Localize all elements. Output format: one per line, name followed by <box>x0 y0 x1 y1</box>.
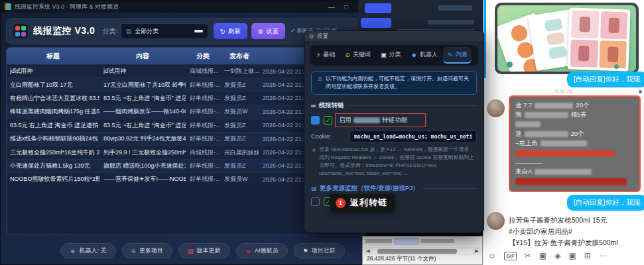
dialog-tab[interactable]: ▣ 分类 <box>376 47 406 64</box>
image-icon[interactable]: ▣ <box>568 251 576 260</box>
pencil-icon: ✎ <box>448 52 453 58</box>
step-badge: 1 <box>336 198 346 208</box>
cookie-hint: ☼ 登录 new.xianbao.fun 后，按 F12 → Network，随… <box>311 146 477 178</box>
folder-icon: ▣ <box>381 52 387 58</box>
cell-publisher: 发掘员W <box>220 107 259 116</box>
flag-icon: ⚑ <box>303 248 308 254</box>
redacted-message-bubble[interactable]: 速 7.720个 淘领5券 速20个 –右上角 ------------- 来自… <box>509 95 641 192</box>
cell-category: 好单线报-... <box>186 81 220 89</box>
cell-publisher: 发掘员Z <box>220 94 259 103</box>
annotated-label: 启用 转链功能 <box>336 115 410 126</box>
robot-icon: ☻ <box>70 248 76 254</box>
avatar[interactable] <box>487 212 505 230</box>
tooltip-label: 返利转链 <box>350 197 387 209</box>
file-row <box>365 238 480 244</box>
cell-category: 好单线报-... <box>186 121 220 130</box>
cell-content: ——烟肉烤肠发车——领140-60补... <box>99 107 186 116</box>
dialog-tab[interactable]: ⊙ 关键词 <box>340 47 375 64</box>
app-logo-icon <box>13 24 28 38</box>
category-label: 分类: <box>103 27 117 36</box>
avatar[interactable] <box>487 99 505 117</box>
category-selected-value: 全部分类 <box>135 27 159 36</box>
cell-content: 17元立白雨船袜了共10双 岭季牲后石... <box>99 81 186 89</box>
cookie-input[interactable] <box>350 131 477 142</box>
chat-toolbar: ☺GIF✂▣◈▣⊞⋯ <box>488 251 607 260</box>
product-text-message: 拉芳鱼子酱膏护发梳500ml 15元 #小卖部の家居用品# 【¥15】拉芳 鱼子… <box>509 215 643 248</box>
settings-button[interactable]: ⚙ 设置 <box>251 23 286 39</box>
app-icon <box>5 3 11 10</box>
gift-icon[interactable]: ◈ <box>554 251 560 260</box>
list-icon: ▤ <box>126 28 132 34</box>
cell-category: 好单线报-... <box>186 107 220 116</box>
folder-icon[interactable]: ▣ <box>539 251 547 260</box>
footer-button[interactable]: ☻ 机器人: 关 <box>60 243 116 258</box>
gif-icon[interactable]: GIF <box>504 252 517 260</box>
cell-title: 有根阔山宁会冰悲大豆置冰枝 83.5元 <box>7 94 99 103</box>
dialog-tabs: ⚡ 基础 ⊙ 关键词 ▣ 分类 ☻ 机器人 <box>310 45 478 66</box>
dialog-tab[interactable]: ⚡ 基础 <box>312 47 340 64</box>
redacted-text <box>428 20 474 25</box>
gear-icon: ⚙ <box>309 33 314 40</box>
footer-button[interactable]: ☻ AI领航员 <box>236 243 288 258</box>
cell-title: 立白雨船袜了10双 17元 <box>7 81 99 89</box>
cookie-label: Cookie: <box>311 133 346 140</box>
frame-icon[interactable]: ⊞ <box>584 251 591 260</box>
scroll-thumb[interactable] <box>377 249 457 254</box>
cell-publisher: 发掘员Z <box>220 81 259 89</box>
scroll-left-icon[interactable]: ◀ <box>364 248 372 254</box>
auto-reply-bubble: [自动回复]你好，我现 <box>567 72 644 87</box>
footer-button[interactable]: ▤ 版本更新 <box>178 243 230 258</box>
dialog-title: 设置 <box>317 32 328 40</box>
redacted-link[interactable] <box>515 150 615 156</box>
scroll-track[interactable] <box>372 248 473 254</box>
dialog-tab[interactable]: ✎ 内测 <box>443 47 472 64</box>
max-icon[interactable]: □ <box>344 3 348 11</box>
cell-title: 小壳速保处方猫粮1.5kg 139元 <box>7 162 99 170</box>
refresh-button[interactable]: ↻ 刷新 <box>214 23 247 39</box>
cell-content: 到手29.9 ! 三元极致全脂250ml*16... <box>99 148 186 157</box>
window-title: 线报监控系统 V3.0 - 阿狸库 & 对接频道 <box>15 3 119 11</box>
resources-icon: ⊞ <box>311 185 316 192</box>
cell-title: 维达x线条小狗棉韧软抽90抽24包 ... <box>7 134 99 143</box>
min-icon[interactable]: — <box>328 3 335 11</box>
blue-checkbox[interactable] <box>311 116 320 125</box>
cell-title: 锋味派黑猪肉烟肉烤肠175g 任选5件... <box>7 107 99 116</box>
obscured-button[interactable] <box>361 18 391 28</box>
checked-checkbox[interactable]: ✓ <box>324 116 332 125</box>
key-icon: ⊙ <box>345 52 350 58</box>
main-titlebar: 线报监控系统 V3.0 - 阿狸库 & 对接频道 —□× <box>1 1 365 13</box>
redacted-text <box>354 117 380 123</box>
obscured-button[interactable] <box>365 3 391 13</box>
empty-checkbox[interactable] <box>311 197 320 206</box>
more-icon[interactable]: ⋯ <box>599 251 607 260</box>
horizontal-scrollbar[interactable]: ◀ ▶ <box>364 247 481 255</box>
footer-button[interactable]: ⚑ 项目社群 <box>294 243 345 258</box>
dialog-tab[interactable]: ☻ 机器人 <box>406 47 442 64</box>
category-select[interactable]: ▤ 全部分类 <box>121 23 208 39</box>
redacted-text <box>365 239 392 243</box>
window-controls: —□× <box>328 3 361 11</box>
link-icon: ∞ <box>311 102 316 109</box>
cell-content: jd试用神 <box>99 67 186 76</box>
cell-title: 83.5元 右上角进 淘金币 进足迹拍 有... <box>7 121 99 130</box>
select-indicator-icon <box>194 30 203 32</box>
cell-title: jd试用神 <box>7 67 99 76</box>
selected-item[interactable] <box>395 238 419 244</box>
cell-publisher: 发掘员W <box>220 175 259 184</box>
cell-content: 88vip30.92元 到手24包无敌签4.48... <box>99 134 186 143</box>
redacted-text <box>421 239 454 243</box>
footer-button[interactable]: ⊕ 更多项目 <box>122 243 173 258</box>
scissors-icon[interactable]: ✂ <box>525 251 531 260</box>
dialog-titlebar: ⚙ 设置 <box>304 31 483 41</box>
screenshot-root: 线报监控系统 V3.0 - 阿狸库 & 对接频道 —□× 线报监控 V3.0 分… <box>0 0 644 265</box>
section-link-convert: ∞ 线报转链 <box>311 101 477 110</box>
scroll-right-icon[interactable]: ▶ <box>473 248 481 254</box>
cell-category: 好单线报-... <box>186 162 220 170</box>
redacted-link[interactable] <box>515 178 627 186</box>
disk-icon: ▤ <box>188 248 194 254</box>
cell-content: ——营养保健✈发车!——NOOBO ... <box>99 175 186 184</box>
product-image-message[interactable] <box>495 3 639 74</box>
cell-category: 好单线报-... <box>186 175 220 184</box>
bolt-icon: ⚡ <box>316 52 320 58</box>
smiley-icon[interactable]: ☺ <box>488 251 496 260</box>
